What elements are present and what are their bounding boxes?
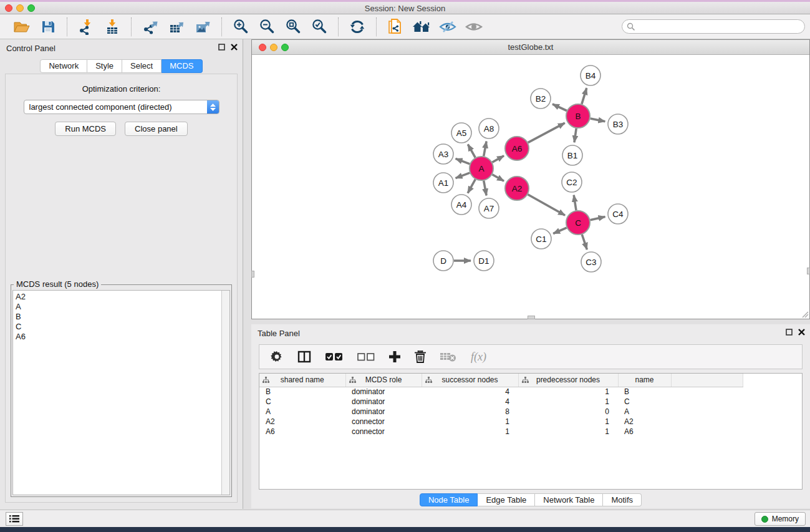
- graph-node-A5[interactable]: A5: [451, 123, 471, 143]
- graph-edge-A-A2: [492, 175, 504, 181]
- graph-edge-B-B1: [574, 128, 576, 142]
- open-session-icon[interactable]: [382, 16, 408, 37]
- svg-text:B4: B4: [586, 71, 596, 80]
- graph-node-B4[interactable]: B4: [581, 65, 600, 85]
- tab-mcds[interactable]: MCDS: [162, 59, 202, 73]
- control-panel: Control Panel NetworkStyleSelectMCDS Opt…: [0, 39, 243, 509]
- column-header-successor-nodes[interactable]: successor nodes: [422, 374, 518, 387]
- column-visibility-icon[interactable]: [297, 351, 311, 363]
- graph-node-C2[interactable]: C2: [562, 172, 582, 192]
- result-item[interactable]: A: [16, 302, 219, 312]
- splitter-handle-right[interactable]: [807, 268, 810, 274]
- graph-node-A6[interactable]: A6: [505, 137, 529, 160]
- graph-edge-C-C2: [574, 195, 576, 210]
- tab-edge-table[interactable]: Edge Table: [478, 493, 535, 506]
- toolbar-separator: [221, 17, 222, 36]
- mcds-panel: Optimization criterion: largest connecte…: [5, 74, 238, 503]
- graph-node-D1[interactable]: D1: [474, 251, 494, 271]
- result-item[interactable]: A6: [16, 332, 219, 342]
- export-image-icon[interactable]: [190, 16, 216, 37]
- graph-node-A2[interactable]: A2: [505, 177, 529, 200]
- graph-node-B2[interactable]: B2: [531, 89, 551, 109]
- table-row[interactable]: A6connector11A6: [259, 427, 743, 437]
- task-history-button[interactable]: [6, 512, 23, 526]
- export-table-icon[interactable]: [163, 16, 190, 37]
- graph-node-B3[interactable]: B3: [608, 114, 628, 134]
- gear-icon[interactable]: [271, 351, 283, 363]
- svg-text:A: A: [478, 164, 484, 173]
- table-row[interactable]: Adominator80A: [259, 407, 743, 417]
- zoom-fit-icon[interactable]: [280, 16, 306, 37]
- svg-text:D1: D1: [478, 256, 489, 266]
- graph-node-D[interactable]: D: [433, 251, 453, 271]
- select-all-icon[interactable]: [325, 353, 343, 361]
- float-panel-icon[interactable]: [786, 329, 793, 336]
- column-header-shared-name[interactable]: shared name: [259, 374, 345, 387]
- column-header-name[interactable]: name: [618, 374, 671, 387]
- search-input[interactable]: [622, 19, 805, 34]
- graph-node-B1[interactable]: B1: [562, 145, 582, 165]
- column-header-predecessor-nodes[interactable]: predecessor nodes: [518, 374, 618, 387]
- save-session-icon[interactable]: [35, 16, 61, 37]
- export-network-icon[interactable]: [137, 16, 163, 37]
- zoom-selected-icon[interactable]: [306, 16, 332, 37]
- zoom-in-icon[interactable]: [228, 16, 254, 37]
- graph-node-A1[interactable]: A1: [433, 173, 453, 193]
- result-item[interactable]: A2: [16, 292, 219, 302]
- delete-table-icon: [440, 351, 456, 362]
- tab-node-table[interactable]: Node Table: [420, 493, 478, 506]
- memory-button[interactable]: Memory: [755, 512, 806, 526]
- float-panel-icon[interactable]: [218, 44, 225, 51]
- column-header-MCDS-role[interactable]: MCDS role: [345, 374, 422, 387]
- import-network-icon[interactable]: [73, 16, 99, 37]
- delete-column-icon[interactable]: [415, 351, 426, 363]
- hide-panel-eye-icon[interactable]: [435, 16, 461, 37]
- graph-node-C3[interactable]: C3: [581, 252, 601, 272]
- zoom-out-icon[interactable]: [254, 16, 280, 37]
- show-eye-icon[interactable]: [461, 16, 487, 37]
- mcds-result-list[interactable]: A2ABCA6: [12, 290, 230, 495]
- open-folder-icon[interactable]: [9, 16, 35, 37]
- svg-text:A8: A8: [484, 124, 494, 133]
- add-column-icon[interactable]: [389, 351, 400, 362]
- table-row[interactable]: A2connector11A2: [259, 417, 743, 427]
- graph-node-A[interactable]: A: [470, 157, 493, 180]
- tab-motifs[interactable]: Motifs: [603, 493, 642, 506]
- graph-edge-B-B4: [582, 88, 587, 104]
- table-row[interactable]: Cdominator41C: [259, 397, 743, 407]
- graph-node-C[interactable]: C: [566, 211, 590, 235]
- resize-grip-icon[interactable]: [801, 311, 809, 318]
- network-canvas[interactable]: B4B2BB3A5A8A6A3AB1A1A2C2A4A7C4CC1DD1C3: [252, 56, 809, 319]
- criterion-select[interactable]: largest connected component (directed): [24, 100, 219, 114]
- graph-node-C4[interactable]: C4: [608, 204, 628, 224]
- graph-node-A7[interactable]: A7: [479, 198, 499, 218]
- result-list-scrollbar[interactable]: [221, 291, 229, 495]
- toolbar-separator: [338, 17, 339, 36]
- home-overview-icon[interactable]: [408, 16, 435, 37]
- optimization-criterion-label: Optimization criterion:: [6, 84, 237, 94]
- svg-text:C2: C2: [566, 178, 577, 187]
- graph-node-A8[interactable]: A8: [479, 118, 499, 138]
- close-panel-button[interactable]: Close panel: [125, 122, 188, 136]
- close-panel-icon[interactable]: [231, 44, 238, 51]
- table-row[interactable]: Bdominator41B: [259, 387, 743, 397]
- graph-node-C1[interactable]: C1: [531, 229, 551, 249]
- result-item[interactable]: C: [16, 322, 219, 332]
- result-item[interactable]: B: [16, 312, 219, 322]
- splitter-handle-left[interactable]: [251, 271, 254, 278]
- app-titlebar: Session: New Session: [0, 2, 810, 14]
- tab-style[interactable]: Style: [87, 59, 122, 73]
- graph-node-A3[interactable]: A3: [433, 144, 453, 164]
- tab-network-table[interactable]: Network Table: [535, 493, 603, 506]
- deselect-all-icon[interactable]: [357, 353, 375, 361]
- refresh-icon[interactable]: [344, 16, 370, 37]
- graph-node-B[interactable]: B: [566, 104, 590, 128]
- column-header-spacer[interactable]: [671, 374, 743, 387]
- graph-node-A4[interactable]: A4: [451, 195, 471, 215]
- close-panel-icon[interactable]: [798, 329, 805, 336]
- tab-select[interactable]: Select: [122, 59, 162, 73]
- splitter-handle-bottom[interactable]: [528, 316, 535, 319]
- run-mcds-button[interactable]: Run MCDS: [55, 122, 116, 136]
- tab-network[interactable]: Network: [40, 59, 87, 73]
- import-table-icon[interactable]: [99, 16, 125, 37]
